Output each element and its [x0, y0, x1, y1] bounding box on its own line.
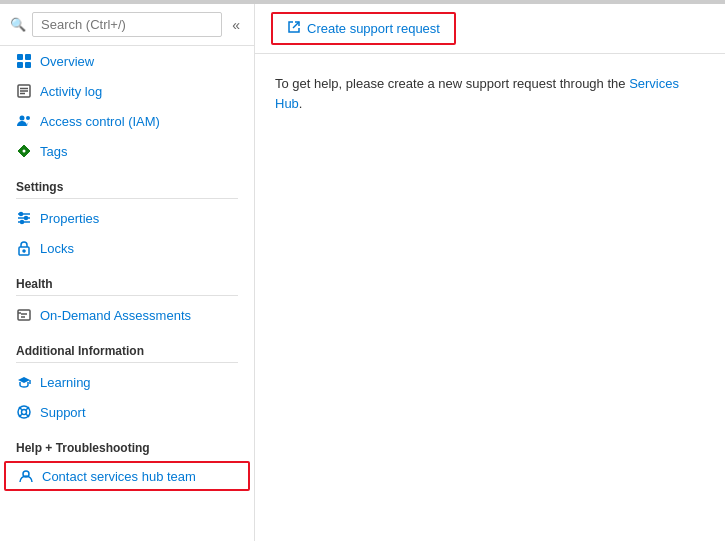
grid-icon	[16, 53, 32, 69]
sidebar-item-access-control-label: Access control (IAM)	[40, 114, 160, 129]
svg-point-17	[21, 221, 24, 224]
sidebar-item-activity-log-label: Activity log	[40, 84, 102, 99]
svg-rect-2	[17, 62, 23, 68]
create-support-button[interactable]: Create support request	[271, 12, 456, 45]
sidebar-item-locks[interactable]: Locks	[0, 233, 254, 263]
person-group-icon	[16, 113, 32, 129]
sidebar-item-on-demand[interactable]: On-Demand Assessments	[0, 300, 254, 330]
svg-point-26	[22, 410, 27, 415]
svg-point-16	[25, 217, 28, 220]
search-icon: 🔍	[10, 17, 26, 32]
search-box: 🔍 «	[0, 4, 254, 46]
svg-rect-1	[25, 54, 31, 60]
sidebar-item-learning-label: Learning	[40, 375, 91, 390]
sidebar-item-contact-label: Contact services hub team	[42, 469, 196, 484]
contact-icon	[18, 468, 34, 484]
sidebar-item-overview[interactable]: Overview	[0, 46, 254, 76]
main-layout: 🔍 « Overview Acti	[0, 4, 725, 541]
svg-point-15	[20, 213, 23, 216]
services-hub-link[interactable]: Services Hub	[275, 76, 679, 111]
sidebar-item-tags-label: Tags	[40, 144, 67, 159]
sidebar-item-activity-log[interactable]: Activity log	[0, 76, 254, 106]
health-section-header: Health	[0, 267, 254, 295]
settings-divider	[16, 198, 238, 199]
support-icon	[16, 404, 32, 420]
svg-point-9	[26, 116, 30, 120]
main-content: Create support request To get help, plea…	[255, 4, 725, 541]
sidebar-item-contact[interactable]: Contact services hub team	[4, 461, 250, 491]
settings-section-header: Settings	[0, 170, 254, 198]
content-body: To get help, please create a new support…	[255, 54, 725, 541]
external-link-icon	[287, 20, 301, 37]
collapse-button[interactable]: «	[228, 15, 244, 35]
assessment-icon	[16, 307, 32, 323]
svg-point-19	[23, 250, 25, 252]
svg-rect-20	[18, 310, 30, 320]
tag-icon	[16, 143, 32, 159]
learning-icon	[16, 374, 32, 390]
sidebar: 🔍 « Overview Acti	[0, 4, 255, 541]
svg-rect-0	[17, 54, 23, 60]
sidebar-item-support[interactable]: Support	[0, 397, 254, 427]
sidebar-item-on-demand-label: On-Demand Assessments	[40, 308, 191, 323]
svg-point-11	[23, 150, 26, 153]
svg-point-8	[20, 116, 25, 121]
sidebar-item-access-control[interactable]: Access control (IAM)	[0, 106, 254, 136]
sidebar-item-support-label: Support	[40, 405, 86, 420]
create-support-button-label: Create support request	[307, 21, 440, 36]
sidebar-item-overview-label: Overview	[40, 54, 94, 69]
search-input[interactable]	[32, 12, 222, 37]
sidebar-item-locks-label: Locks	[40, 241, 74, 256]
help-text: To get help, please create a new support…	[275, 74, 705, 113]
additional-info-divider	[16, 362, 238, 363]
sidebar-item-properties[interactable]: Properties	[0, 203, 254, 233]
sidebar-item-properties-label: Properties	[40, 211, 99, 226]
lock-icon	[16, 240, 32, 256]
sidebar-item-tags[interactable]: Tags	[0, 136, 254, 166]
sliders-icon	[16, 210, 32, 226]
toolbar: Create support request	[255, 4, 725, 54]
help-section-header: Help + Troubleshooting	[0, 431, 254, 459]
sidebar-item-learning[interactable]: Learning	[0, 367, 254, 397]
list-icon	[16, 83, 32, 99]
health-divider	[16, 295, 238, 296]
svg-rect-3	[25, 62, 31, 68]
additional-info-section-header: Additional Information	[0, 334, 254, 362]
svg-line-32	[293, 22, 299, 28]
